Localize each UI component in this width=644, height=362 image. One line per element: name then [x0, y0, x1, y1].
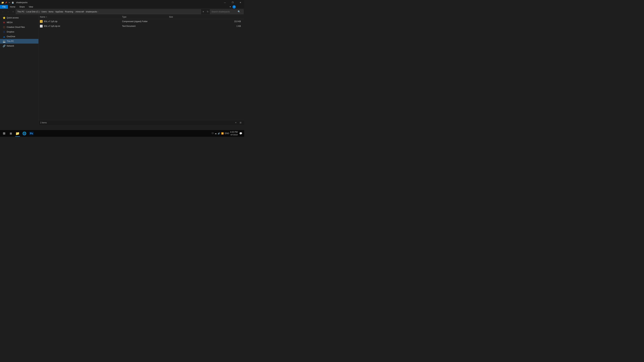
sidebar-item-label-network: Network [7, 45, 14, 47]
title-bar: 📁 📌 ↩ 💾 shaderpacks — ❐ ✕ [0, 0, 244, 5]
home-menu-item[interactable]: Home [8, 5, 17, 9]
creative-cloud-icon: ⬡ [3, 26, 5, 28]
ribbon-expand-button[interactable]: ▾ [228, 5, 232, 9]
taskbar-active-indicator [15, 136, 20, 137]
main-layout: ⭐ Quick access M MEGA ⬡ Creative Cloud F… [0, 15, 244, 125]
taskbar-search-button[interactable]: ⊞ [8, 130, 14, 137]
column-name-header[interactable]: Name ∧ [38, 16, 121, 18]
address-dropdown-button[interactable]: ▾ [201, 9, 205, 14]
breadcrumb-roaming[interactable]: Roaming [65, 10, 73, 13]
sidebar-item-quick-access[interactable]: ⭐ Quick access [0, 15, 38, 20]
share-menu-item[interactable]: Share [17, 5, 27, 9]
undo-icon: ↩ [8, 1, 11, 4]
list-view-button[interactable]: ≡ [234, 121, 238, 125]
sidebar-item-mega[interactable]: M MEGA [0, 20, 38, 25]
system-tray: 🛡 ☁ 🔊 📶 ENG 4:43 PM 4/7/2019 💬 [210, 131, 244, 136]
taskbar-item-photoshop[interactable]: Ps [28, 130, 35, 137]
file-type-cell: Text Document [121, 25, 168, 27]
file-size-cell: 213 KB [168, 20, 244, 23]
file-name-cell: Z BSL v7.1p5.zip [38, 20, 121, 23]
back-button[interactable]: ← [1, 9, 5, 14]
window-title: shaderpacks [16, 1, 243, 4]
notification-button[interactable]: 💬 [239, 132, 242, 135]
explorer-taskbar-icon: 📁 [16, 131, 20, 135]
sidebar-item-label-dropbox: Dropbox [7, 31, 14, 33]
column-type-header[interactable]: Type [121, 16, 168, 18]
maximize-button[interactable]: ❐ [229, 0, 236, 5]
taskbar-search-icon: ⊞ [10, 132, 12, 135]
file-name-label: BSL v7.1p5.zip.txt [44, 25, 60, 27]
start-button[interactable]: ⊞ [1, 130, 8, 137]
help-button[interactable]: ? [232, 5, 236, 8]
language-tray-label[interactable]: ENG [225, 132, 229, 135]
view-menu-item[interactable]: View [27, 5, 35, 9]
txt-file-icon: T [40, 25, 42, 27]
address-bar[interactable]: This PC › Local Disk (C:) › Users › itsm… [16, 9, 201, 14]
refresh-button[interactable]: ↻ [206, 9, 210, 14]
sidebar: ⭐ Quick access M MEGA ⬡ Creative Cloud F… [0, 15, 38, 125]
breadcrumb-local-disk[interactable]: Local Disk (C:) [26, 10, 40, 13]
sidebar-item-network[interactable]: 🔗 Network [0, 43, 38, 48]
search-box[interactable]: 🔍 [210, 9, 244, 14]
this-pc-icon: 💻 [3, 40, 5, 42]
start-icon: ⊞ [3, 132, 5, 135]
details-view-button[interactable]: ⊞ [238, 121, 242, 125]
sort-arrow-icon: ∧ [46, 16, 47, 18]
sidebar-item-label-creative-cloud: Creative Cloud Files [7, 26, 25, 28]
sidebar-item-label-this-pc: This PC [7, 40, 14, 42]
sidebar-item-onedrive[interactable]: ☁ OneDrive [0, 34, 38, 39]
breadcrumb-shaderpacks[interactable]: shaderpacks [86, 10, 97, 13]
clock-time: 4:43 PM [230, 131, 238, 134]
column-size-header[interactable]: Size [168, 16, 244, 18]
window-controls: — ❐ ✕ [221, 0, 244, 5]
status-item-count: 2 items [40, 121, 234, 124]
taskbar: ⊞ ⊞ 📁 🌐 Ps 🛡 ☁ 🔊 📶 ENG 4:43 PM 4/7/2019 … [0, 130, 244, 137]
clock-date: 4/7/2019 [230, 134, 238, 136]
close-button[interactable]: ✕ [236, 0, 244, 5]
column-header: Name ∧ Type Size [38, 15, 244, 19]
taskbar-item-chrome[interactable]: 🌐 [21, 130, 28, 137]
zip-file-icon: Z [40, 20, 42, 23]
file-name-cell: T BSL v7.1p5.zip.txt [38, 25, 121, 27]
search-input[interactable] [212, 10, 237, 13]
up-button[interactable]: ↑ [11, 9, 16, 14]
table-row[interactable]: Z BSL v7.1p5.zip Compressed (zipped) Fol… [38, 19, 244, 24]
network-icon: 🔗 [3, 44, 5, 47]
window-icon: 📁 [1, 1, 4, 4]
file-type-cell: Compressed (zipped) Folder [121, 20, 168, 23]
file-area: Name ∧ Type Size Z BS [38, 15, 244, 125]
sidebar-item-dropbox[interactable]: ⬡ Dropbox [0, 29, 38, 34]
file-size-cell: 1 KB [168, 25, 244, 27]
file-list: Z BSL v7.1p5.zip Compressed (zipped) Fol… [38, 19, 244, 120]
save-icon: 💾 [12, 1, 14, 4]
taskbar-item-explorer[interactable]: 📁 [14, 130, 21, 137]
table-row[interactable]: T BSL v7.1p5.zip.txt Text Document 1 KB [38, 24, 244, 28]
sidebar-item-this-pc[interactable]: 💻 This PC [0, 39, 38, 43]
quick-access-icon: ⭐ [3, 16, 5, 19]
title-bar-icons: 📁 📌 ↩ 💾 [1, 1, 14, 4]
photoshop-taskbar-icon: Ps [29, 132, 34, 135]
status-bar: 2 items ≡ ⊞ [38, 120, 244, 125]
mega-icon: M [3, 21, 5, 24]
file-tab[interactable]: File [0, 5, 8, 9]
minimize-button[interactable]: — [221, 0, 229, 5]
chrome-taskbar-icon: 🌐 [22, 131, 26, 135]
breadcrumb-itsma[interactable]: itsma [49, 10, 54, 13]
volume-tray-icon[interactable]: 🔊 [218, 132, 220, 135]
forward-button[interactable]: → [6, 9, 10, 14]
sidebar-item-creative-cloud[interactable]: ⬡ Creative Cloud Files [0, 25, 38, 29]
system-clock[interactable]: 4:43 PM 4/7/2019 [230, 131, 238, 136]
address-bar-right: ▾ ↻ [201, 9, 210, 14]
breadcrumb-appdata[interactable]: AppData [55, 10, 63, 13]
cloud-tray-icon[interactable]: ☁ [215, 132, 217, 135]
antivirus-tray-icon[interactable]: 🛡 [212, 132, 214, 135]
breadcrumb-users[interactable]: Users [42, 10, 46, 13]
pin-icon: 📌 [5, 1, 8, 4]
breadcrumb-this-pc[interactable]: This PC [17, 10, 24, 13]
breadcrumb-minecraft[interactable]: .minecraft [75, 10, 84, 13]
sidebar-item-label-onedrive: OneDrive [7, 35, 15, 38]
explorer-window: 📁 📌 ↩ 💾 shaderpacks — ❐ ✕ File Home Shar… [0, 0, 244, 130]
dropbox-icon: ⬡ [3, 30, 5, 33]
wifi-tray-icon[interactable]: 📶 [221, 132, 224, 135]
status-right: ≡ ⊞ [234, 121, 242, 125]
